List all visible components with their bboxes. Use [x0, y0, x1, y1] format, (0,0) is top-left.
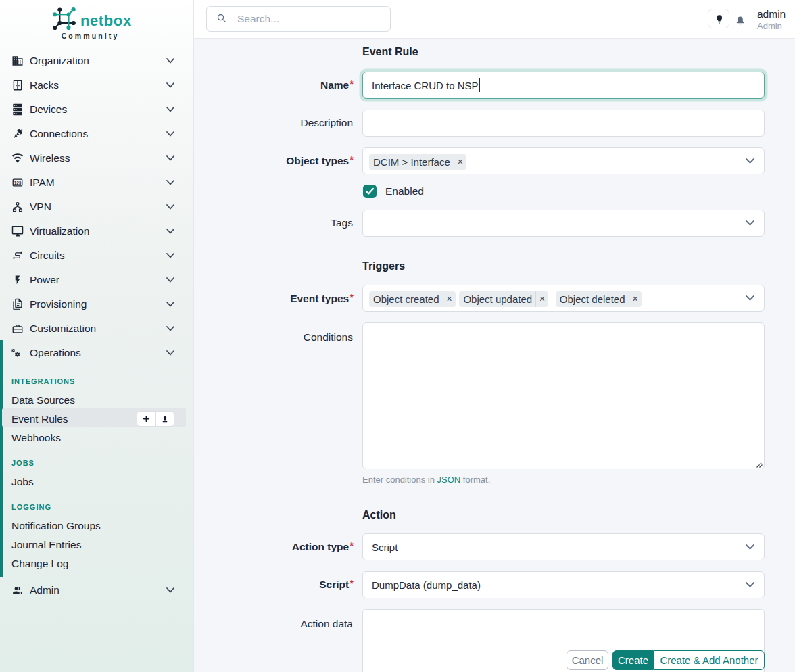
svg-text:123: 123: [14, 181, 22, 185]
